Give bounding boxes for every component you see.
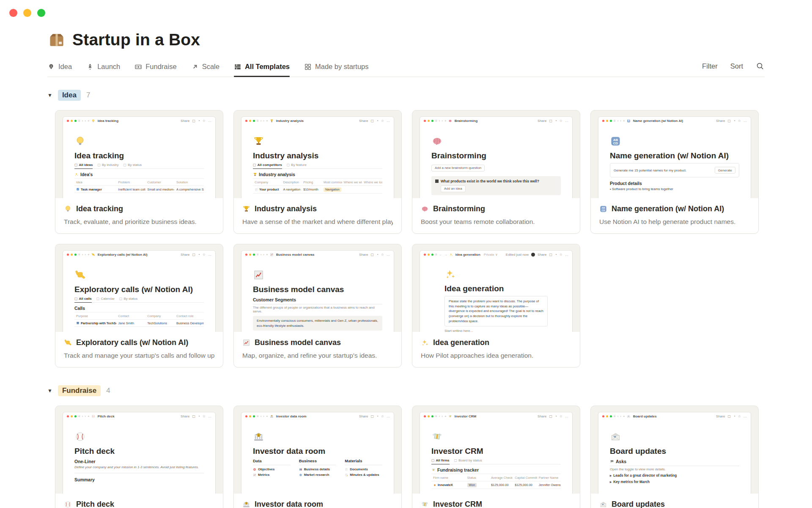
tab-made-by-startups[interactable]: Made by startups (304, 63, 369, 77)
card-preview: ≡‹›+Investor CRMShare▢◔☆…Investor CRM▢Al… (412, 406, 580, 494)
mini-action-glyph: ☆ (738, 119, 741, 123)
mini-action-glyph: ☆ (560, 119, 562, 123)
section-pill[interactable]: Fundraise (58, 385, 101, 396)
search-icon[interactable] (756, 62, 765, 71)
mini-tab-label: By status (128, 163, 142, 167)
template-card-investor-data-room[interactable]: ≡‹›+$Investor data roomShare▢◔☆…$Investo… (233, 406, 402, 508)
template-card-investor-crm[interactable]: ≡‹›+Investor CRMShare▢◔☆…Investor CRM▢Al… (412, 406, 580, 508)
target-icon (253, 468, 256, 471)
template-card-exploratory-calls[interactable]: ≡‹›+Exploratory calls (w/ Notion AI)Shar… (55, 244, 223, 367)
mini-chrome-glyph: + (88, 414, 90, 418)
mini-window: ≡‹›+$Investor data roomShare▢◔☆…$Investo… (241, 412, 394, 494)
mini-action-glyph: ☆ (203, 119, 206, 123)
template-card-board-updates[interactable]: ≡‹›+Board updatesShare▢◔☆…Board updatesA… (590, 406, 759, 508)
zoom-button[interactable] (37, 9, 45, 17)
page-title: Startup in a Box (72, 30, 200, 49)
section-count: 7 (86, 91, 90, 99)
mini-tab-label: All ideas (79, 163, 93, 167)
template-card-brainstorming[interactable]: ≡‹›+BrainstormingShare▢◔☆…BrainstormingA… (412, 110, 580, 234)
mini-action-glyph: … (743, 414, 747, 418)
trophy-icon (253, 172, 257, 177)
mini-page-icon (610, 431, 739, 444)
mini-page-icon (444, 268, 548, 282)
tab-label: Scale (202, 63, 219, 71)
mini-window: ≡‹›+Exploratory calls (w/ Notion AI)Shar… (63, 251, 215, 332)
mini-traffic-dot (428, 254, 430, 256)
card-title: $Investor data room (242, 500, 393, 508)
tab-scale[interactable]: Scale (191, 63, 219, 77)
close-button[interactable] (9, 9, 17, 17)
magnifier-icon[interactable] (756, 62, 765, 71)
sort-button[interactable]: Sort (730, 62, 743, 70)
mini-column: BusinessBusiness detailsMarket research (299, 458, 337, 478)
money-wings-icon (448, 414, 452, 418)
mini-window-actions: Share▢◔☆… (181, 414, 211, 418)
mini-window: ≡‹›+Idea trackingShare▢◔☆…Idea tracking▢… (63, 117, 215, 198)
template-card-idea-generation[interactable]: ≡←→Idea generationPrivate ∨Edited just n… (412, 244, 580, 367)
tab-idea[interactable]: Idea (47, 63, 72, 77)
mini-traffic-dot (249, 415, 251, 417)
template-card-industry-analysis[interactable]: ≡‹›+Industry analysisShare▢◔☆…Industry a… (233, 110, 402, 234)
mini-window-body: Board updatesAsksOpen the toggle to view… (598, 420, 751, 484)
mini-traffic-dot (431, 120, 433, 122)
mini-chrome-glyph: + (266, 253, 268, 257)
template-card-pitch-deck[interactable]: ≡‹›+Pitch deckShare▢◔☆…Pitch deckOne-Lin… (55, 406, 223, 508)
mini-table-cell: Small and medium-size businesses (145, 186, 175, 193)
mini-action-glyph: ◔ (733, 119, 735, 123)
card-footer: Pitch deck (55, 494, 223, 508)
card-title: Pitch deck (64, 500, 214, 508)
collapse-triangle-icon[interactable]: ▼ (47, 92, 52, 98)
collapse-triangle-icon[interactable]: ▼ (47, 388, 52, 394)
mini-share-label: Share (538, 253, 546, 257)
mini-heading-text: Asks (616, 459, 626, 464)
card-preview: ≡‹›+ABCDName generation (w/ Notion AI)Sh… (591, 110, 758, 198)
mini-table-cell: $125,000.00 (513, 481, 537, 489)
mini-table-cell: InnovateX (431, 481, 466, 489)
template-card-business-model-canvas[interactable]: ≡‹›+Business model canvasShare▢◔☆…Busine… (233, 244, 402, 367)
mini-action-glyph: … (387, 119, 390, 123)
abcd-icon: ABCD (627, 119, 631, 123)
nav-tabs: IdeaLaunchFundraiseScaleAll TemplatesMad… (47, 63, 369, 77)
mini-page-icon (74, 135, 204, 149)
section-pill[interactable]: Idea (58, 90, 81, 101)
mini-heading-text: Summary (74, 477, 95, 482)
template-card-name-generation[interactable]: ≡‹›+ABCDName generation (w/ Notion AI)Sh… (590, 110, 759, 234)
card-footer: BrainstormingBoost your teams remote col… (412, 198, 580, 233)
mini-cell-text: Partnership with TechSolutions (81, 321, 116, 325)
envelope-icon (627, 414, 631, 418)
mini-table-cell: Navigation (322, 186, 342, 193)
mini-window-titlebar: ≡‹›+ABCDName generation (w/ Notion AI)Sh… (598, 117, 751, 124)
tab-launch[interactable]: Launch (86, 63, 120, 77)
mini-window-title: Investor data room (276, 414, 307, 418)
mini-action-glyph: … (565, 253, 568, 257)
template-card-idea-tracking[interactable]: ≡‹›+Idea trackingShare▢◔☆…Idea tracking▢… (55, 110, 223, 234)
mini-chrome-glyph: ‹ (82, 414, 83, 418)
mini-window-actions: Share▢◔☆… (538, 119, 568, 123)
mini-action-glyph: ▢ (370, 414, 374, 418)
mini-column-item-label: Minutes & updates (350, 473, 379, 477)
mini-cell-text: $125,000.00 (491, 483, 509, 487)
mini-page-icon: $ (253, 431, 382, 444)
mini-chrome-glyph: ≡ (78, 253, 80, 257)
mini-tab-label: Calendar (101, 297, 114, 301)
tab-fundraise[interactable]: Fundraise (134, 63, 176, 77)
nav-actions: Filter Sort (702, 62, 765, 77)
mini-view-tab: ▢All firms (431, 458, 450, 462)
mini-heading-text: Customer Segments (253, 297, 296, 302)
mini-table-cell (362, 186, 382, 193)
minimize-button[interactable] (23, 9, 31, 17)
mini-table-col-header: Solution (175, 179, 204, 185)
card-description: Have a sense of the market and where dif… (242, 218, 393, 226)
nav-bulb-icon (47, 63, 55, 71)
filter-button[interactable]: Filter (702, 62, 718, 70)
check-icon (76, 188, 80, 191)
mini-table-cell: TechSolutions (145, 320, 175, 326)
mini-column-title: Data (253, 458, 291, 465)
mini-traffic-dot (610, 415, 612, 417)
mini-table-cell: Business Developme (175, 320, 204, 326)
mini-share-label: Share (181, 119, 189, 123)
card-preview: ≡‹›+BrainstormingShare▢◔☆…BrainstormingA… (412, 110, 580, 198)
mini-table-cell (342, 186, 362, 193)
mini-tab-glyph: ▢ (287, 163, 290, 167)
tab-all-templates[interactable]: All Templates (234, 63, 290, 77)
